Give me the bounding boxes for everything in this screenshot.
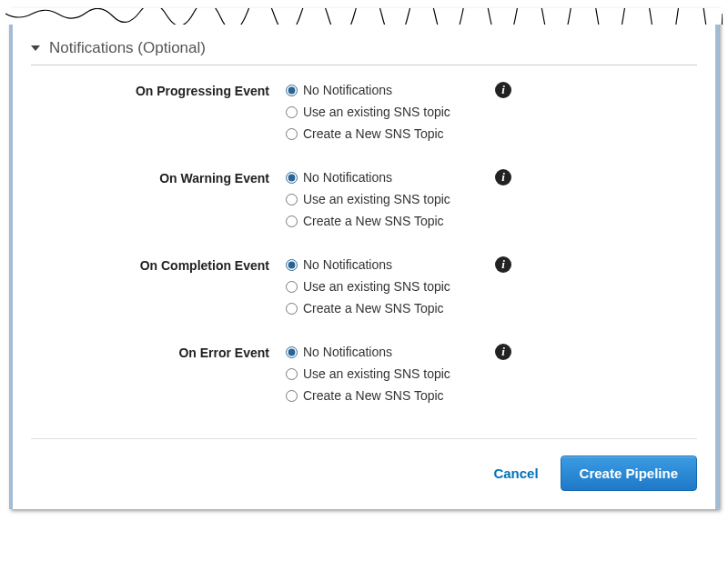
- radio-label[interactable]: Create a New SNS Topic: [303, 213, 444, 229]
- info-col: i: [495, 169, 522, 185]
- radio-option: No Notifications: [286, 169, 495, 185]
- radio-label[interactable]: No Notifications: [303, 344, 392, 360]
- field-label-error: On Error Event: [31, 344, 286, 360]
- radio-completion-1[interactable]: [286, 281, 298, 293]
- radio-option: Create a New SNS Topic: [286, 300, 495, 316]
- field-options-warning: No NotificationsUse an existing SNS topi…: [286, 169, 495, 235]
- create-pipeline-button[interactable]: Create Pipeline: [561, 456, 697, 491]
- events-container: On Progressing EventNo NotificationsUse …: [31, 65, 697, 415]
- field-row-completion: On Completion EventNo NotificationsUse a…: [31, 240, 697, 327]
- info-icon[interactable]: i: [495, 344, 511, 360]
- caret-down-icon: [31, 45, 40, 51]
- field-label-completion: On Completion Event: [31, 256, 286, 273]
- info-col: i: [495, 344, 522, 360]
- info-col: i: [495, 256, 522, 273]
- radio-label[interactable]: Create a New SNS Topic: [303, 300, 444, 316]
- radio-warning-2[interactable]: [286, 215, 298, 227]
- field-label-progressing: On Progressing Event: [31, 82, 286, 98]
- radio-label[interactable]: Use an existing SNS topic: [303, 191, 450, 207]
- radio-option: Use an existing SNS topic: [286, 191, 495, 207]
- radio-error-0[interactable]: [286, 346, 298, 358]
- radio-error-2[interactable]: [286, 390, 298, 402]
- radio-error-1[interactable]: [286, 368, 298, 380]
- radio-label[interactable]: No Notifications: [303, 256, 392, 273]
- field-options-error: No NotificationsUse an existing SNS topi…: [286, 344, 495, 409]
- cancel-button[interactable]: Cancel: [488, 458, 543, 488]
- field-options-completion: No NotificationsUse an existing SNS topi…: [286, 256, 495, 322]
- radio-option: No Notifications: [286, 82, 495, 98]
- info-col: i: [495, 82, 522, 98]
- section-title: Notifications (Optional): [49, 39, 206, 57]
- info-icon[interactable]: i: [495, 82, 511, 98]
- radio-label[interactable]: Use an existing SNS topic: [303, 278, 450, 295]
- field-label-warning: On Warning Event: [31, 169, 286, 185]
- radio-label[interactable]: Create a New SNS Topic: [303, 125, 444, 142]
- radio-option: No Notifications: [286, 256, 495, 273]
- field-row-progressing: On Progressing EventNo NotificationsUse …: [31, 65, 697, 153]
- torn-edge-decoration: [5, 8, 723, 25]
- form-actions: Cancel Create Pipeline: [31, 438, 697, 491]
- radio-label[interactable]: Create a New SNS Topic: [303, 387, 444, 404]
- radio-option: Use an existing SNS topic: [286, 104, 495, 120]
- radio-progressing-0[interactable]: [286, 85, 298, 96]
- radio-option: Use an existing SNS topic: [286, 278, 495, 295]
- radio-option: Create a New SNS Topic: [286, 213, 495, 229]
- radio-option: No Notifications: [286, 344, 495, 360]
- radio-warning-0[interactable]: [286, 172, 298, 184]
- radio-warning-1[interactable]: [286, 194, 298, 205]
- field-row-warning: On Warning EventNo NotificationsUse an e…: [31, 153, 697, 240]
- radio-label[interactable]: No Notifications: [303, 82, 392, 98]
- radio-label[interactable]: Use an existing SNS topic: [303, 366, 450, 382]
- radio-option: Use an existing SNS topic: [286, 366, 495, 382]
- radio-label[interactable]: No Notifications: [303, 169, 392, 185]
- info-icon[interactable]: i: [495, 169, 511, 185]
- field-options-progressing: No NotificationsUse an existing SNS topi…: [286, 82, 495, 147]
- field-row-error: On Error EventNo NotificationsUse an exi…: [31, 327, 697, 415]
- radio-progressing-2[interactable]: [286, 128, 298, 140]
- radio-progressing-1[interactable]: [286, 106, 298, 118]
- radio-label[interactable]: Use an existing SNS topic: [303, 104, 450, 120]
- radio-option: Create a New SNS Topic: [286, 387, 495, 404]
- section-header-notifications[interactable]: Notifications (Optional): [31, 34, 697, 65]
- form-panel: Notifications (Optional) On Progressing …: [9, 8, 719, 509]
- info-icon[interactable]: i: [495, 256, 511, 273]
- radio-completion-2[interactable]: [286, 303, 298, 315]
- radio-completion-0[interactable]: [286, 259, 298, 271]
- radio-option: Create a New SNS Topic: [286, 125, 495, 142]
